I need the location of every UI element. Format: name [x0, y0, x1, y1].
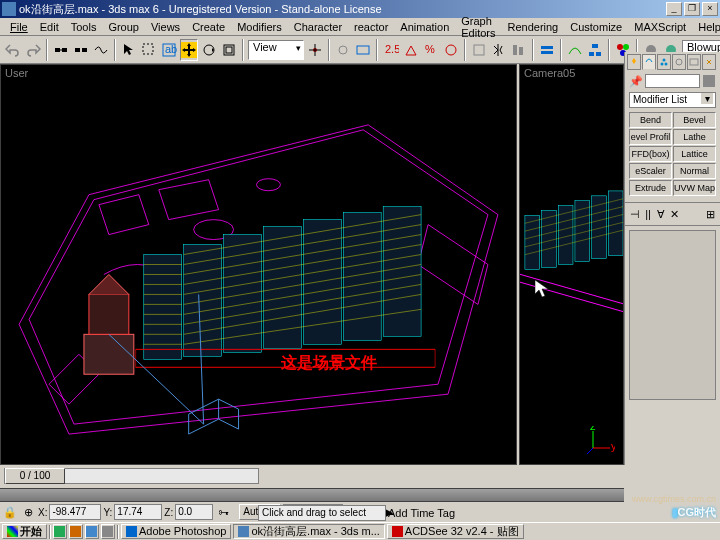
- pivot-center-button[interactable]: [306, 39, 324, 61]
- menu-grapheditors[interactable]: Graph Editors: [455, 14, 501, 40]
- unlink-button[interactable]: [72, 39, 90, 61]
- modify-tab[interactable]: [642, 54, 656, 70]
- menu-tools[interactable]: Tools: [65, 20, 103, 34]
- quicklaunch-3[interactable]: [85, 524, 99, 539]
- task-acdsee[interactable]: ACDSee 32 v2.4 - 贴图: [387, 524, 524, 539]
- svg-rect-5: [143, 44, 153, 54]
- select-rotate-button[interactable]: [200, 39, 218, 61]
- mod-ffdbox[interactable]: FFD(box): [629, 146, 672, 162]
- viewport-camera[interactable]: Camera05 z y: [519, 64, 624, 465]
- menu-rendering[interactable]: Rendering: [501, 20, 564, 34]
- track-bar[interactable]: [0, 488, 624, 502]
- menu-views[interactable]: Views: [145, 20, 186, 34]
- manipulate-button[interactable]: [334, 39, 352, 61]
- mod-extrude[interactable]: Extrude: [629, 180, 672, 196]
- display-tab[interactable]: [687, 54, 701, 70]
- hierarchy-tab[interactable]: [657, 54, 671, 70]
- menu-maxscript[interactable]: MAXScript: [628, 20, 692, 34]
- stack-remove-icon[interactable]: ✕: [668, 207, 680, 221]
- stack-unique-icon[interactable]: ∀: [655, 207, 667, 221]
- svg-point-35: [257, 179, 281, 191]
- viewport-user[interactable]: User: [0, 64, 517, 465]
- stack-config-icon[interactable]: ⊞: [704, 207, 716, 221]
- quicklaunch-1[interactable]: [53, 524, 67, 539]
- keyboard-shortcut-button[interactable]: [354, 39, 372, 61]
- menu-group[interactable]: Group: [102, 20, 145, 34]
- window-title: ok沿街高层.max - 3ds max 6 - Unregistered Ve…: [19, 2, 382, 17]
- snap-toggle-button[interactable]: 2.5: [382, 39, 400, 61]
- svg-rect-21: [513, 45, 517, 55]
- maximize-button[interactable]: ❐: [684, 2, 700, 16]
- select-move-button[interactable]: [180, 39, 198, 61]
- utilities-tab[interactable]: [702, 54, 716, 70]
- stack-pin-icon[interactable]: ⊣: [629, 207, 641, 221]
- object-color-swatch[interactable]: [702, 74, 716, 88]
- menu-animation[interactable]: Animation: [394, 20, 455, 34]
- close-button[interactable]: ×: [702, 2, 718, 16]
- y-coord-field[interactable]: 17.74: [114, 504, 162, 520]
- percent-snap-button[interactable]: %: [422, 39, 440, 61]
- menu-file[interactable]: File: [4, 20, 34, 34]
- align-button[interactable]: [510, 39, 528, 61]
- layer-manager-button[interactable]: [538, 39, 556, 61]
- menu-reactor[interactable]: reactor: [348, 20, 394, 34]
- quicklaunch-4[interactable]: [101, 524, 115, 539]
- select-button[interactable]: [120, 39, 138, 61]
- spinner-snap-button[interactable]: [442, 39, 460, 61]
- link-button[interactable]: [52, 39, 70, 61]
- task-3dsmax[interactable]: ok沿街高层.max - 3ds m...: [233, 524, 384, 539]
- windows-taskbar: 开始 Adobe Photoshop ok沿街高层.max - 3ds m...…: [0, 522, 720, 540]
- x-coord-field[interactable]: -98.477: [49, 504, 101, 520]
- menu-help[interactable]: Help: [692, 20, 720, 34]
- mod-bevelprofile[interactable]: evel Profil: [629, 129, 672, 145]
- schematic-view-button[interactable]: [586, 39, 604, 61]
- stack-show-icon[interactable]: ||: [642, 207, 654, 221]
- redo-button[interactable]: [24, 39, 42, 61]
- menu-character[interactable]: Character: [288, 20, 348, 34]
- modifier-list-dropdown[interactable]: Modifier List: [629, 92, 716, 108]
- menu-modifiers[interactable]: Modifiers: [231, 20, 288, 34]
- menu-create[interactable]: Create: [186, 20, 231, 34]
- mod-normal[interactable]: Normal: [673, 163, 716, 179]
- named-selection-button[interactable]: [470, 39, 488, 61]
- transform-typein-icon[interactable]: ⊕: [20, 504, 36, 520]
- svg-rect-39: [144, 255, 182, 360]
- lock-selection-icon[interactable]: 🔒: [2, 504, 18, 520]
- quicklaunch-2[interactable]: [69, 524, 83, 539]
- select-scale-button[interactable]: [220, 39, 238, 61]
- z-coord-field[interactable]: 0.0: [175, 504, 213, 520]
- svg-rect-27: [596, 52, 601, 56]
- coord-system-dropdown[interactable]: View: [248, 40, 304, 60]
- create-tab[interactable]: [627, 54, 641, 70]
- menu-customize[interactable]: Customize: [564, 20, 628, 34]
- svg-rect-42: [263, 227, 301, 349]
- mod-bend[interactable]: Bend: [629, 112, 672, 128]
- pin-stack-button[interactable]: 📌: [629, 74, 643, 88]
- mirror-button[interactable]: [490, 39, 508, 61]
- motion-tab[interactable]: [672, 54, 686, 70]
- time-slider[interactable]: 0 / 100: [4, 468, 259, 484]
- minimize-button[interactable]: _: [666, 2, 682, 16]
- mod-lathe[interactable]: Lathe: [673, 129, 716, 145]
- add-time-tag[interactable]: Add Time Tag: [388, 507, 456, 519]
- mod-scaler[interactable]: eScaler (WS: [629, 163, 672, 179]
- select-by-name-button[interactable]: ab: [160, 39, 178, 61]
- mod-lattice[interactable]: Lattice: [673, 146, 716, 162]
- svg-rect-3: [75, 48, 80, 52]
- bind-spacewarp-button[interactable]: [92, 39, 110, 61]
- svg-text:ab: ab: [165, 43, 177, 55]
- select-region-button[interactable]: [140, 39, 158, 61]
- time-slider-handle[interactable]: 0 / 100: [5, 468, 65, 484]
- y-label: Y:: [103, 507, 112, 518]
- curve-editor-button[interactable]: [566, 39, 584, 61]
- key-mode-icon[interactable]: 🗝: [215, 504, 231, 520]
- mod-bevel[interactable]: Bevel: [673, 112, 716, 128]
- object-name-field[interactable]: [645, 74, 700, 88]
- mod-uvwmap[interactable]: UVW Map: [673, 180, 716, 196]
- undo-button[interactable]: [4, 39, 22, 61]
- task-photoshop[interactable]: Adobe Photoshop: [121, 524, 231, 539]
- menu-edit[interactable]: Edit: [34, 20, 65, 34]
- start-button[interactable]: 开始: [2, 524, 47, 539]
- angle-snap-button[interactable]: [402, 39, 420, 61]
- viewport-area: User: [0, 64, 624, 465]
